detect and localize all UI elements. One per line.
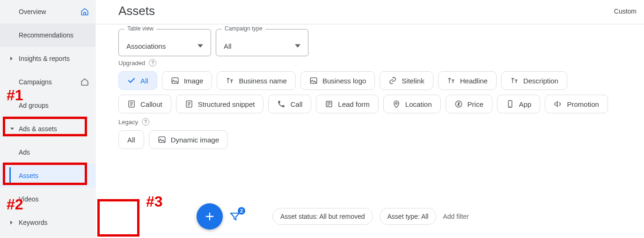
chip-label: Callout bbox=[140, 100, 162, 108]
chip-lead-form[interactable]: Lead form bbox=[316, 95, 379, 113]
sidebar-item-label: Ad groups bbox=[19, 102, 89, 109]
text-format-icon bbox=[447, 76, 455, 85]
chip-label: Image bbox=[184, 77, 204, 85]
sidebar-item-campaigns[interactable]: Campaigns bbox=[0, 70, 95, 94]
sidebar-item-ad-groups[interactable]: Ad groups bbox=[0, 94, 95, 117]
sidebar-item-label: Keywords bbox=[19, 219, 89, 226]
sidebar-item-videos[interactable]: Videos bbox=[0, 187, 95, 211]
chip-business-name[interactable]: Business name bbox=[217, 71, 296, 90]
megaphone-icon bbox=[554, 100, 562, 108]
chip-label: All bbox=[127, 136, 135, 144]
chip-label: Business logo bbox=[322, 77, 366, 85]
chip-label: Description bbox=[523, 77, 558, 85]
location-icon bbox=[392, 100, 401, 108]
note-icon bbox=[127, 100, 136, 108]
sidebar-item-label: Campaigns bbox=[19, 78, 80, 86]
sidebar-item-ads[interactable]: Ads bbox=[0, 141, 95, 164]
chip-label: App bbox=[519, 100, 532, 108]
sidebar-item-label: Ads bbox=[19, 149, 89, 156]
chip-label: Promotion bbox=[567, 100, 599, 108]
form-icon bbox=[325, 100, 333, 108]
chip-all[interactable]: All bbox=[118, 71, 157, 90]
smartphone-icon bbox=[506, 100, 514, 108]
chip-callout[interactable]: Callout bbox=[118, 95, 171, 113]
legacy-chip-row: All Dynamic image bbox=[118, 130, 615, 149]
help-icon[interactable]: ? bbox=[142, 118, 149, 126]
filter-pill-asset-type[interactable]: Asset type: All bbox=[380, 208, 437, 225]
link-icon bbox=[388, 76, 397, 85]
section-label-text: Legacy bbox=[118, 119, 138, 126]
sidebar-item-label: Overview bbox=[19, 8, 80, 15]
chip-legacy-all[interactable]: All bbox=[118, 130, 144, 149]
image-icon bbox=[158, 135, 166, 144]
home-icon bbox=[80, 7, 89, 16]
chip-location[interactable]: Location bbox=[383, 95, 441, 113]
chip-label: Lead form bbox=[338, 100, 370, 108]
add-filter-button[interactable]: Add filter bbox=[443, 213, 468, 220]
section-legacy: Legacy ? bbox=[118, 118, 644, 126]
add-asset-button[interactable] bbox=[197, 203, 223, 230]
check-icon bbox=[127, 76, 136, 85]
main-panel: Assets Custom Table view Associations Ca… bbox=[96, 0, 644, 238]
sidebar-item-insights-reports[interactable]: Insights & reports bbox=[0, 47, 95, 70]
home-outline-icon bbox=[80, 78, 89, 86]
select-value: Associations bbox=[126, 42, 166, 50]
chip-headline[interactable]: Headline bbox=[438, 71, 497, 90]
chip-dynamic-image[interactable]: Dynamic image bbox=[149, 130, 228, 149]
chip-label: Headline bbox=[460, 77, 488, 85]
chip-business-logo[interactable]: Business logo bbox=[300, 71, 375, 90]
filter-button[interactable]: 2 bbox=[229, 211, 241, 222]
chip-price[interactable]: Price bbox=[446, 95, 492, 113]
upgraded-chip-row: All Image Business name Business logo Si… bbox=[118, 71, 615, 113]
sidebar-item-assets[interactable]: Assets bbox=[0, 164, 95, 187]
chip-label: Dynamic image bbox=[171, 136, 219, 144]
sidebar-item-recommendations[interactable]: Recommendations bbox=[0, 23, 95, 47]
chip-app[interactable]: App bbox=[497, 95, 541, 113]
page-title: Assets bbox=[118, 4, 155, 18]
filter-pill-asset-status[interactable]: Asset status: All but removed bbox=[272, 208, 373, 225]
image-icon bbox=[309, 76, 318, 85]
filter-count-badge: 2 bbox=[238, 207, 245, 215]
sidebar-item-label: Videos bbox=[19, 195, 89, 203]
controls: Table view Associations Campaign type Al… bbox=[96, 24, 644, 149]
chip-call[interactable]: Call bbox=[268, 95, 311, 113]
text-format-icon bbox=[510, 76, 519, 85]
sidebar-item-ads-assets[interactable]: Ads & assets bbox=[0, 117, 95, 141]
chip-label: Call bbox=[290, 100, 302, 108]
chip-label: Price bbox=[468, 100, 483, 108]
chip-label: All bbox=[140, 77, 148, 85]
chip-structured-snippet[interactable]: Structured snippet bbox=[176, 95, 264, 113]
pill-label: Asset type: All bbox=[388, 213, 429, 220]
chip-label: Sitelink bbox=[402, 77, 424, 85]
dollar-icon bbox=[454, 100, 463, 108]
chip-label: Location bbox=[405, 100, 432, 108]
sidebar: Overview Recommendations Insights & repo… bbox=[0, 0, 96, 238]
sidebar-item-keywords[interactable]: Keywords bbox=[0, 211, 95, 234]
chip-label: Business name bbox=[239, 77, 287, 85]
caret-down-icon bbox=[198, 43, 203, 49]
sidebar-item-overview[interactable]: Overview bbox=[0, 0, 95, 23]
sidebar-item-label: Ads & assets bbox=[19, 125, 89, 133]
chip-description[interactable]: Description bbox=[501, 71, 567, 90]
campaign-type-select[interactable]: Campaign type All bbox=[216, 29, 308, 56]
caret-down-icon bbox=[295, 43, 300, 49]
filter-bar: 2 Asset status: All but removed Asset ty… bbox=[96, 203, 644, 238]
sidebar-item-label: Insights & reports bbox=[19, 55, 89, 62]
image-icon bbox=[171, 76, 179, 85]
pill-label: Asset status: All but removed bbox=[280, 213, 365, 220]
chip-image[interactable]: Image bbox=[162, 71, 212, 90]
chip-promotion[interactable]: Promotion bbox=[545, 95, 607, 113]
page-header: Assets Custom bbox=[96, 0, 644, 24]
custom-date-range[interactable]: Custom bbox=[614, 7, 637, 15]
select-legend: Campaign type bbox=[222, 25, 265, 32]
table-view-select[interactable]: Table view Associations bbox=[118, 29, 211, 56]
chip-label: Structured snippet bbox=[198, 100, 255, 108]
sidebar-item-label: Assets bbox=[19, 172, 89, 179]
help-icon[interactable]: ? bbox=[149, 59, 156, 67]
note-icon bbox=[185, 100, 193, 108]
section-label-text: Upgraded bbox=[118, 60, 145, 67]
sidebar-item-label: Recommendations bbox=[19, 31, 89, 39]
svg-point-14 bbox=[395, 103, 397, 104]
select-legend: Table view bbox=[124, 25, 156, 32]
chip-sitelink[interactable]: Sitelink bbox=[380, 71, 433, 90]
